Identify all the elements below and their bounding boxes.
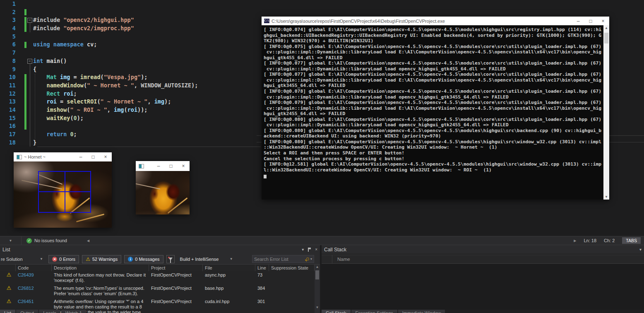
console-title: C:\Users\graya\source\repos\FirstOpenCVP… — [272, 19, 572, 24]
close-button[interactable]: × — [177, 163, 190, 169]
solution-filter-dropdown[interactable]: re Solution ▼ — [0, 255, 46, 263]
name-column[interactable]: Name — [332, 257, 350, 262]
code-line[interactable]: 16 — [0, 122, 261, 130]
console-line: hgui_gtk2455_64.dll => FAILED — [264, 111, 603, 117]
panel-tab-list[interactable]: List — [0, 310, 15, 313]
errors-filter-button[interactable]: ✕ 0 Errors — [48, 255, 79, 263]
code-line[interactable]: 17 return 0; — [0, 130, 261, 139]
scrollbar-thumb[interactable] — [315, 270, 319, 279]
line-number: 6 — [0, 41, 16, 49]
error-list-grid[interactable]: Code Description Project File Line Suppr… — [0, 265, 315, 313]
call-stack-column-headers[interactable]: Name — [322, 255, 644, 264]
hornet-window-titlebar[interactable]: ~ Hornet ~ – □ × — [14, 152, 112, 161]
panel-tab-output[interactable]: Output — [16, 310, 38, 313]
code-line[interactable]: 2 — [0, 8, 261, 17]
error-list-header[interactable]: List ▾ × — [0, 245, 320, 254]
console-window[interactable]: C:\ C:\Users\graya\source\repos\FirstOpe… — [262, 17, 609, 200]
errors-count-label: 0 Errors — [59, 257, 75, 262]
code-line[interactable]: 11 namedWindow(" ~ Hornet ~ ", WINDOW_AU… — [0, 82, 261, 90]
scrollbar-thumb[interactable] — [604, 33, 608, 43]
error-row[interactable]: ⚠C26812The enum type 'cv::NormTypes' is … — [0, 284, 315, 298]
code-line[interactable]: 18} — [0, 139, 261, 147]
panel-tab-call-stack[interactable]: Call Stack — [322, 310, 351, 313]
search-error-list-input[interactable]: Search Error List ▾ — [252, 255, 314, 263]
suppression-column[interactable]: Suppression State — [269, 265, 315, 271]
minimize-button[interactable]: – — [74, 154, 87, 160]
roi-selection-rectangle[interactable] — [38, 171, 91, 213]
scroll-up-arrow[interactable]: ▲ — [315, 265, 320, 269]
console-scrollbar[interactable]: ▲ ▼ — [603, 25, 609, 200]
warnings-filter-button[interactable]: ⚠ 52 Warnings — [82, 255, 121, 263]
maximize-button[interactable]: □ — [584, 18, 597, 24]
code-line[interactable]: 3#include "opencv2/highgui.hpp" — [0, 16, 261, 24]
roi-image-window[interactable]: – □ × — [136, 161, 190, 214]
code-line[interactable]: 1 — [0, 0, 261, 8]
health-dropdown[interactable]: ▼ — [0, 236, 22, 245]
change-bar — [24, 9, 26, 16]
close-icon[interactable]: × — [315, 247, 317, 252]
code-line[interactable]: 6using namespace cv; — [0, 41, 261, 49]
error-list-column-headers[interactable]: Code Description Project File Line Suppr… — [0, 265, 315, 271]
search-placeholder: Search Error List — [254, 257, 306, 262]
code-line[interactable]: 13 roi = selectROI(" ~ Hornet ~ ", img); — [0, 98, 261, 106]
close-button[interactable]: × — [99, 154, 112, 160]
roi-window-titlebar[interactable]: – □ × — [136, 161, 190, 171]
filter-button[interactable] — [166, 255, 175, 263]
file-column[interactable]: File — [203, 265, 255, 271]
code-column[interactable]: Code — [16, 265, 52, 271]
error-list-scrollbar[interactable]: ▲ ▼ — [315, 265, 320, 313]
panel-tab-immediate-window[interactable]: Immediate Window — [398, 310, 445, 313]
console-line: cv::plugin::impl::DynamicLib::libraryLoa… — [264, 106, 603, 111]
messages-filter-button[interactable]: i 0 Messages — [124, 255, 163, 263]
panel-menu-icon[interactable]: ▾ — [639, 247, 642, 252]
console-titlebar[interactable]: C:\ C:\Users\graya\source\repos\FirstOpe… — [262, 17, 609, 25]
scroll-down-arrow[interactable]: ▼ — [315, 306, 320, 309]
tabs-mode-badge[interactable]: TABS — [622, 237, 641, 244]
scroll-down-arrow[interactable]: ▼ — [605, 194, 608, 200]
panel-menu-icon[interactable]: ▾ — [302, 247, 304, 252]
console-line: [ INFO:0@0.077] global E:\AI\ComputerVis… — [264, 72, 603, 77]
fold-marker[interactable]: − — [27, 18, 32, 23]
code-line[interactable]: 7 — [0, 49, 261, 57]
code-line[interactable]: 9{ — [0, 65, 261, 74]
code-line[interactable]: 8int main() — [0, 57, 261, 65]
description-column[interactable]: Description — [52, 265, 149, 271]
pin-icon[interactable] — [308, 248, 311, 252]
error-list-toolbar: re Solution ▼ ✕ 0 Errors ⚠ 52 Warnings i… — [0, 254, 320, 265]
console-output: [ INFO:0@0.074] global E:\AI\ComputerVis… — [262, 25, 603, 200]
minimize-button[interactable]: – — [572, 18, 584, 24]
hornet-photo[interactable] — [14, 161, 112, 228]
console-line: hgui_gtk3455_64.dll => FAILED — [264, 83, 603, 89]
fold-marker[interactable]: − — [27, 59, 32, 64]
roi-photo[interactable] — [136, 171, 190, 214]
code-line[interactable]: 12 Rect roi; — [0, 90, 261, 98]
code-line[interactable]: 4#include "opencv2/imgproc.hpp" — [0, 24, 261, 33]
code-line[interactable]: 10 Mat img = imread("Vespa.jpg"); — [0, 73, 261, 82]
panel-tab-watch-1[interactable]: Watch 1 — [61, 310, 86, 313]
error-row[interactable]: ⚠C26439This kind of function may not thr… — [0, 271, 315, 284]
panel-tab-locals[interactable]: Locals — [39, 310, 60, 313]
code-line[interactable]: 14 imshow(" ~ ROI ~ ", img(roi)); — [0, 106, 261, 114]
bottom-right-tabstrip[interactable]: Call StackException SettingsImmediate Wi… — [322, 310, 445, 313]
collapse-left-icon[interactable]: ◀ — [87, 239, 89, 243]
console-line: hgui_gtk455_64.dll => FAILED — [264, 55, 603, 61]
console-line: [ INFO:0@0.080] global E:\AI\ComputerVis… — [264, 139, 603, 145]
close-button[interactable]: × — [597, 18, 609, 24]
line-number: 18 — [0, 139, 16, 147]
scroll-up-arrow[interactable]: ▲ — [605, 25, 608, 31]
expand-right-icon[interactable]: ▶ — [574, 239, 576, 243]
call-stack-body[interactable] — [322, 264, 644, 310]
code-line[interactable]: 5 — [0, 33, 261, 41]
hornet-image-window[interactable]: ~ Hornet ~ – □ × — [14, 152, 112, 228]
maximize-button[interactable]: □ — [165, 163, 177, 169]
bottom-left-tabstrip[interactable]: ListOutputLocalsWatch 1 — [0, 310, 86, 313]
call-stack-header[interactable]: Call Stack ▾ — [322, 245, 644, 254]
health-status-text: No issues found — [34, 238, 67, 243]
maximize-button[interactable]: □ — [87, 154, 99, 160]
panel-tab-exception-settings[interactable]: Exception Settings — [351, 310, 397, 313]
code-line[interactable]: 15 waitKey(0); — [0, 114, 261, 123]
build-filter-dropdown[interactable]: Build + IntelliSense ▼ — [178, 255, 235, 263]
line-column[interactable]: Line — [255, 265, 269, 271]
minimize-button[interactable]: – — [152, 163, 165, 169]
project-column[interactable]: Project — [149, 265, 203, 271]
